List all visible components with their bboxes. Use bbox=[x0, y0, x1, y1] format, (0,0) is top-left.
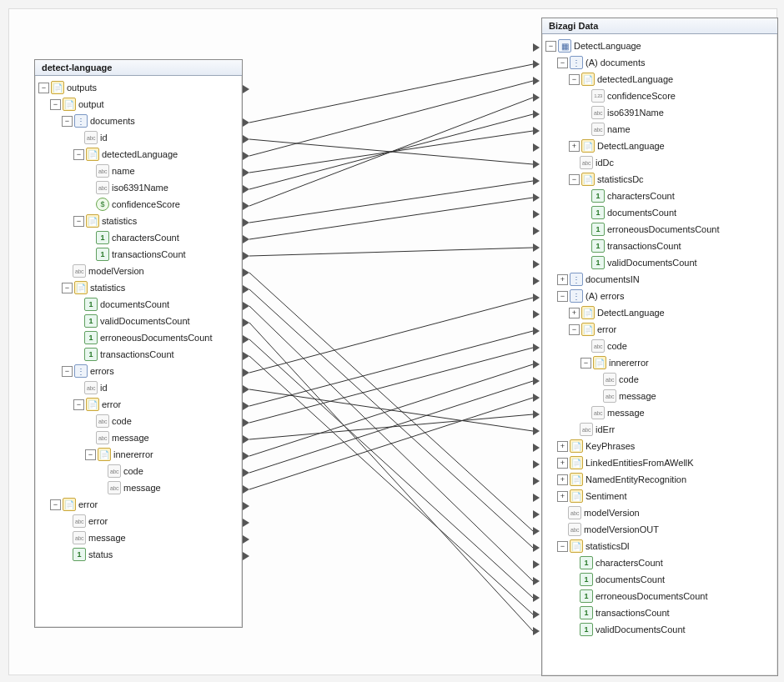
mapping-wire[interactable] bbox=[249, 323, 533, 631]
output-port[interactable] bbox=[243, 419, 249, 427]
mapping-wire[interactable] bbox=[249, 381, 533, 473]
input-port[interactable] bbox=[533, 410, 540, 419]
tree-node[interactable]: −(A) documents bbox=[545, 54, 776, 71]
mapping-wire[interactable] bbox=[249, 198, 533, 239]
tree-node[interactable]: charactersCount bbox=[38, 229, 240, 246]
output-port[interactable] bbox=[243, 135, 249, 143]
tree-node[interactable]: name bbox=[545, 121, 776, 138]
mapping-wire[interactable] bbox=[249, 64, 533, 123]
tree-node[interactable]: −DetectLanguage bbox=[545, 38, 776, 54]
tree-node[interactable]: transactionsCount bbox=[545, 238, 776, 254]
output-port[interactable] bbox=[243, 369, 249, 377]
tree-node[interactable]: documentsCount bbox=[38, 296, 240, 313]
collapse-icon[interactable]: − bbox=[569, 324, 580, 335]
mapping-wire[interactable] bbox=[249, 331, 533, 406]
mapping-wire[interactable] bbox=[249, 356, 533, 614]
tree-node[interactable]: confidenceScore bbox=[38, 196, 240, 213]
input-port[interactable] bbox=[533, 60, 540, 68]
output-port[interactable] bbox=[243, 252, 249, 260]
mapping-wire[interactable] bbox=[249, 81, 533, 156]
output-port[interactable] bbox=[243, 402, 249, 410]
output-port[interactable] bbox=[243, 452, 249, 460]
output-port[interactable] bbox=[243, 352, 249, 360]
collapse-icon[interactable]: − bbox=[557, 541, 568, 552]
input-port[interactable] bbox=[533, 494, 540, 502]
collapse-icon[interactable]: − bbox=[545, 41, 556, 52]
tree-node[interactable]: −innererror bbox=[545, 354, 776, 371]
input-port[interactable] bbox=[533, 594, 540, 602]
output-port[interactable] bbox=[243, 335, 249, 344]
tree-node[interactable]: −statistics bbox=[38, 213, 240, 229]
 expand-icon[interactable]: + bbox=[557, 458, 568, 469]
input-port[interactable] bbox=[533, 560, 540, 569]
tree-node[interactable]: validDocumentsCount bbox=[38, 313, 240, 329]
output-port[interactable] bbox=[243, 535, 249, 544]
input-port[interactable] bbox=[533, 427, 540, 435]
tree-node[interactable]: modelVersion bbox=[545, 504, 776, 521]
tree-node[interactable]: message bbox=[38, 529, 240, 546]
tree-node[interactable]: erroneousDocumentsCount bbox=[545, 588, 776, 604]
tree-node[interactable]: +LinkedEntitiesFromAWellK bbox=[545, 454, 776, 471]
mapping-wire[interactable] bbox=[249, 414, 533, 439]
collapse-icon[interactable]: − bbox=[50, 499, 61, 510]
mapping-wire[interactable] bbox=[249, 289, 533, 548]
input-port[interactable] bbox=[533, 577, 540, 585]
collapse-icon[interactable]: − bbox=[580, 358, 591, 369]
input-port[interactable] bbox=[533, 627, 540, 635]
input-port[interactable] bbox=[533, 477, 540, 485]
collapse-icon[interactable]: − bbox=[85, 449, 96, 460]
tree-node[interactable]: transactionsCount bbox=[38, 246, 240, 263]
source-tree[interactable]: −outputs−output−documentsid−detectedLang… bbox=[35, 76, 242, 566]
target-tree[interactable]: −DetectLanguage−(A) documents−detectedLa… bbox=[542, 34, 777, 641]
tree-node[interactable]: −statisticsDc bbox=[545, 171, 776, 188]
 expand-icon[interactable]: + bbox=[557, 491, 568, 502]
tree-node[interactable]: −statistics bbox=[38, 279, 240, 296]
mapping-wire[interactable] bbox=[249, 98, 533, 206]
input-port[interactable] bbox=[533, 293, 540, 302]
tree-node[interactable]: code bbox=[545, 338, 776, 354]
tree-node[interactable]: iso6391Name bbox=[545, 104, 776, 121]
output-port[interactable] bbox=[243, 385, 249, 394]
input-port[interactable] bbox=[533, 344, 540, 352]
tree-node[interactable]: −error bbox=[545, 321, 776, 338]
input-port[interactable] bbox=[533, 210, 540, 218]
output-port[interactable] bbox=[243, 285, 249, 293]
collapse-icon[interactable]: − bbox=[50, 99, 61, 110]
tree-node[interactable]: −detectedLanguage bbox=[38, 146, 240, 163]
input-port[interactable] bbox=[533, 127, 540, 135]
 expand-icon[interactable]: + bbox=[557, 474, 568, 485]
 expand-icon[interactable]: + bbox=[569, 308, 580, 318]
input-port[interactable] bbox=[533, 327, 540, 335]
input-port[interactable] bbox=[533, 460, 540, 469]
mapping-wire[interactable] bbox=[249, 348, 533, 423]
output-port[interactable] bbox=[243, 202, 249, 210]
input-port[interactable] bbox=[533, 160, 540, 168]
mapping-wire[interactable] bbox=[249, 339, 533, 598]
tree-node[interactable]: confidenceScore bbox=[545, 88, 776, 104]
input-port[interactable] bbox=[533, 93, 540, 102]
input-port[interactable] bbox=[533, 110, 540, 118]
tree-node[interactable]: name bbox=[38, 163, 240, 179]
output-port[interactable] bbox=[243, 85, 249, 93]
tree-node[interactable]: charactersCount bbox=[545, 188, 776, 204]
mapping-wire[interactable] bbox=[249, 181, 533, 223]
tree-node[interactable]: charactersCount bbox=[545, 554, 776, 571]
tree-node[interactable]: idDc bbox=[545, 154, 776, 171]
tree-node[interactable]: erroneousDocumentsCount bbox=[38, 329, 240, 346]
input-port[interactable] bbox=[533, 544, 540, 552]
tree-node[interactable]: −errors bbox=[38, 363, 240, 379]
output-port[interactable] bbox=[243, 118, 249, 127]
mapping-wire[interactable] bbox=[249, 273, 533, 531]
tree-node[interactable]: −innererror bbox=[38, 446, 240, 463]
input-port[interactable] bbox=[533, 527, 540, 535]
output-port[interactable] bbox=[243, 519, 249, 527]
output-port[interactable] bbox=[243, 552, 249, 560]
output-port[interactable] bbox=[243, 168, 249, 177]
tree-node[interactable]: transactionsCount bbox=[545, 604, 776, 621]
tree-node[interactable]: code bbox=[38, 413, 240, 429]
tree-node[interactable]: +documentsIN bbox=[545, 271, 776, 288]
mapping-wire[interactable] bbox=[249, 298, 533, 373]
collapse-icon[interactable]: − bbox=[569, 174, 580, 185]
collapse-icon[interactable]: − bbox=[557, 58, 568, 68]
tree-node[interactable]: −error bbox=[38, 396, 240, 413]
